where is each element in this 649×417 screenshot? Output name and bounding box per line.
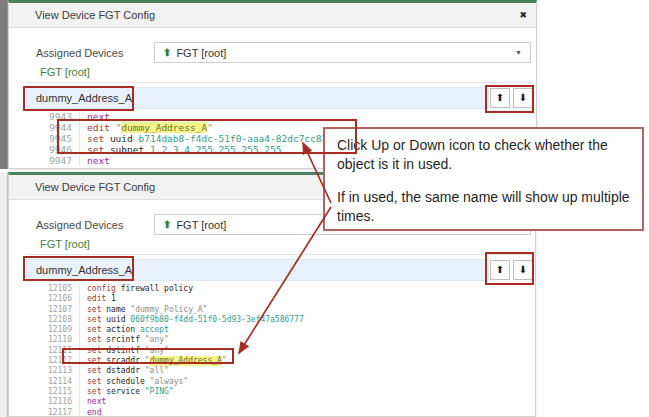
code-token: dummy_Address_A [150,356,222,366]
code-line: 12106edit 1 [18,294,531,304]
code-token: next [87,111,110,122]
code-token: action [106,325,140,335]
line-number: 9944 [18,122,80,133]
line-number: 9947 [18,155,80,166]
device-up-arrow-icon: ⬆ [163,47,171,58]
dialog-title: View Device FGT Config [35,181,155,193]
code-token: set [87,356,106,366]
line-number: 12117 [18,408,80,417]
line-number: 12114 [18,377,80,387]
line-number: 12113 [18,366,80,376]
search-up-button[interactable]: ⬆ [490,260,510,280]
code-token: name [106,305,130,315]
code-token: set [87,387,106,397]
chevron-down-icon: ▼ [515,49,522,56]
code-token: edit [87,122,116,133]
code-token: b714dab8-f4dc-51f0-aaa4-82dc7cc82d55 [139,133,345,144]
code-line: 12110set srcintf "any" [18,335,531,345]
line-number: 12111 [18,346,80,356]
callout-note: Click Up or Down icon to check whether t… [323,127,644,231]
code-token: set [87,305,106,315]
code-token: set [87,346,106,356]
device-link[interactable]: FGT [root] [40,238,90,250]
code-token: dummy_Address_A [121,122,207,133]
code-token: firewall policy [121,284,193,294]
search-down-button[interactable]: ⬇ [513,88,533,108]
code-token: subnet [110,144,150,155]
code-token: dstaddr [106,366,145,376]
line-number: 12116 [18,397,80,407]
assigned-devices-label: Assigned Devices [36,47,123,59]
code-token: next [87,397,106,407]
line-number: 9946 [18,144,80,155]
close-icon[interactable]: ✖ [519,3,527,28]
code-token: set [87,366,106,376]
code-token: "any" [145,346,169,356]
search-up-button[interactable]: ⬆ [490,88,510,108]
code-token: "PING" [145,387,174,397]
line-number: 12115 [18,387,80,397]
device-select-dropdown[interactable]: ⬆ FGT [root] ▼ [154,42,531,63]
code-line: 12117end [18,408,531,417]
code-token: "any" [145,335,169,345]
line-number: 12106 [18,294,80,304]
code-token: set [87,377,106,387]
code-line: 12109set action accept [18,325,531,335]
line-number: 9945 [18,133,80,144]
code-token: set [87,325,106,335]
code-line: 12115set service "PING" [18,387,531,397]
code-line: 12108set uuid 060f9b80-f4dd-51f0-5d93-3e… [18,315,531,325]
code-token: "always" [150,377,189,387]
code-token: srcintf [106,335,145,345]
code-token: uuid [106,315,130,325]
line-number: 12110 [18,335,80,345]
line-number: 12112 [18,356,80,366]
code-token: schedule [106,377,149,387]
device-select-value: FGT [root] [176,47,226,59]
code-token: set [87,315,106,325]
callout-note-line-2: If in used, the same name will show up m… [337,188,630,226]
code-line: 12107set name "dummy_Policy_A" [18,305,531,315]
code-token: 060f9b80-f4dd-51f0-5d93-3ef47a586777 [130,315,303,325]
code-token: srcaddr [106,356,145,366]
code-line: 12116next [18,397,531,407]
divider [26,82,532,83]
code-token: " [207,122,213,133]
line-number: 12109 [18,325,80,335]
dialog-title: View Device FGT Config [35,9,155,21]
line-number: 9943 [18,111,80,122]
dialog-title-bar: View Device FGT Config ✖ [9,3,536,28]
code-token: " [222,356,227,366]
code-token: "dummy_Policy_A" [130,305,207,315]
line-number: 12107 [18,305,80,315]
code-token: set [87,144,110,155]
search-down-button[interactable]: ⬇ [513,260,533,280]
config-code-viewer: 12105config firewall policy12106edit 112… [18,284,531,417]
code-line: 12105config firewall policy [18,284,531,294]
code-token: service [106,387,145,397]
screenshot-canvas: View Device FGT Config ✖ Assigned Device… [0,0,649,417]
device-up-arrow-icon: ⬆ [163,219,171,230]
code-token: edit [87,294,111,304]
code-line: 9943next [18,111,532,122]
divider [26,254,532,255]
device-link[interactable]: FGT [root] [40,66,90,78]
search-input[interactable]: dummy_Address_A [26,259,489,281]
code-line: 12113set dstaddr "all" [18,366,531,376]
code-line: 12111set dstintf "any" [18,346,531,356]
code-token: config [87,284,121,294]
code-token: next [87,155,110,166]
code-line: 12114set schedule "always" [18,377,531,387]
code-token: 1.2.3.4 255.255.255.255 [150,144,282,155]
code-token: set [87,133,110,144]
callout-note-line-1: Click Up or Down icon to check whether t… [337,136,630,174]
search-input[interactable]: dummy_Address_A [26,87,489,109]
code-token: uuid [110,133,139,144]
assigned-devices-label: Assigned Devices [36,219,123,231]
code-token: accept [140,325,169,335]
line-number: 12108 [18,315,80,325]
code-token: 1 [111,294,116,304]
code-token: end [87,408,101,417]
code-line: 12112set srcaddr "dummy_Address_A" [18,356,531,366]
code-token: dstintf [106,346,145,356]
